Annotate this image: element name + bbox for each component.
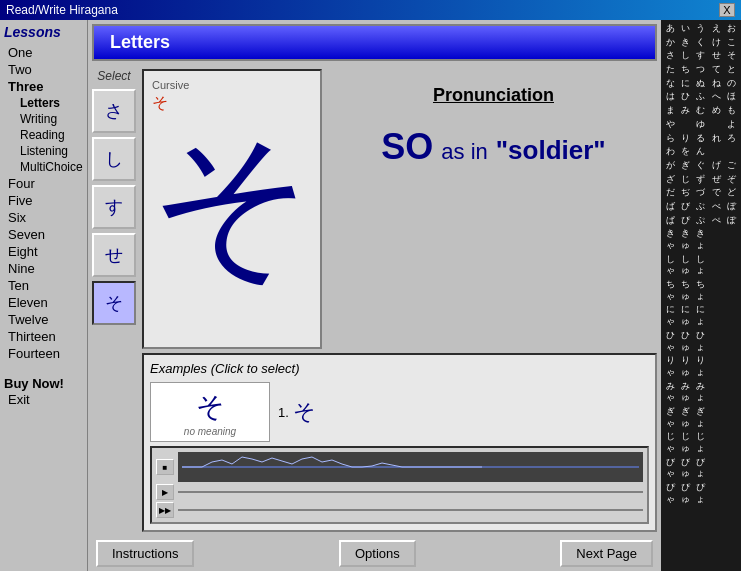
sidebar-item-two[interactable]: Two [4, 61, 83, 78]
kana-cell[interactable] [724, 303, 739, 328]
kana-cell[interactable]: りょ [693, 354, 708, 379]
kana-cell[interactable]: ひょ [693, 329, 708, 354]
kana-cell[interactable]: みゃ [663, 380, 678, 405]
kana-cell[interactable] [724, 430, 739, 455]
char-button-so[interactable]: そ [92, 281, 136, 325]
sidebar-item-eleven[interactable]: Eleven [4, 294, 83, 311]
sidebar-item-ten[interactable]: Ten [4, 277, 83, 294]
kana-cell[interactable]: お [724, 22, 739, 36]
sidebar-item-seven[interactable]: Seven [4, 226, 83, 243]
kana-cell[interactable]: ち [678, 63, 693, 77]
char-button-sa[interactable]: さ [92, 89, 136, 133]
kana-cell[interactable]: き [678, 36, 693, 50]
kana-cell[interactable]: み [678, 104, 693, 118]
kana-cell[interactable]: と [724, 63, 739, 77]
kana-cell[interactable]: ちょ [693, 278, 708, 303]
kana-cell[interactable]: う [693, 22, 708, 36]
kana-cell[interactable]: び [678, 200, 693, 214]
kana-cell[interactable] [724, 278, 739, 303]
kana-cell[interactable]: た [663, 63, 678, 77]
kana-cell[interactable]: ぴゅ [678, 481, 693, 506]
kana-cell[interactable]: よ [724, 118, 739, 132]
instructions-button[interactable]: Instructions [96, 540, 194, 567]
kana-cell[interactable]: ぶ [693, 200, 708, 214]
kana-cell[interactable]: ぼ [724, 200, 739, 214]
kana-cell[interactable]: しゅ [678, 253, 693, 278]
sidebar-item-one[interactable]: One [4, 44, 83, 61]
kana-cell[interactable] [724, 354, 739, 379]
sidebar-item-eight[interactable]: Eight [4, 243, 83, 260]
kana-cell[interactable]: や [663, 118, 678, 132]
kana-cell[interactable]: む [693, 104, 708, 118]
kana-cell[interactable]: きゃ [663, 227, 678, 252]
kana-cell[interactable] [709, 456, 724, 481]
audio-play-button[interactable]: ▶ [156, 484, 174, 500]
sidebar-item-five[interactable]: Five [4, 192, 83, 209]
kana-cell[interactable]: ぴょ [693, 481, 708, 506]
kana-cell[interactable]: ぺ [709, 214, 724, 228]
kana-cell[interactable]: ほ [724, 90, 739, 104]
kana-cell[interactable] [724, 145, 739, 159]
kana-cell[interactable]: みゅ [678, 380, 693, 405]
kana-cell[interactable]: びゅ [678, 456, 693, 481]
kana-cell[interactable]: にょ [693, 303, 708, 328]
sidebar-item-three[interactable]: Three [4, 78, 83, 95]
kana-cell[interactable]: さ [663, 49, 678, 63]
kana-cell[interactable]: し [678, 49, 693, 63]
kana-cell[interactable]: ろ [724, 132, 739, 146]
kana-cell[interactable]: こ [724, 36, 739, 50]
kana-cell[interactable]: ぐ [693, 159, 708, 173]
kana-cell[interactable]: じょ [693, 430, 708, 455]
next-page-button[interactable]: Next Page [560, 540, 653, 567]
kana-cell[interactable] [709, 380, 724, 405]
kana-cell[interactable] [724, 481, 739, 506]
kana-cell[interactable] [709, 303, 724, 328]
kana-cell[interactable]: る [693, 132, 708, 146]
exit-button[interactable]: Exit [4, 391, 83, 408]
kana-cell[interactable]: じゃ [663, 430, 678, 455]
kana-cell[interactable]: ね [709, 77, 724, 91]
kana-cell[interactable]: ぱ [663, 214, 678, 228]
kana-cell[interactable]: ぴ [678, 214, 693, 228]
kana-cell[interactable]: びゃ [663, 456, 678, 481]
kana-cell[interactable]: ざ [663, 173, 678, 187]
kana-cell[interactable] [709, 278, 724, 303]
close-button[interactable]: X [719, 3, 735, 17]
sidebar-sub-multichoice[interactable]: MultiChoice [16, 159, 83, 175]
kana-cell[interactable]: ゆ [693, 118, 708, 132]
sidebar-item-twelve[interactable]: Twelve [4, 311, 83, 328]
kana-cell[interactable]: り [678, 132, 693, 146]
char-button-shi[interactable]: し [92, 137, 136, 181]
kana-cell[interactable]: じゅ [678, 430, 693, 455]
kana-cell[interactable]: りゅ [678, 354, 693, 379]
kana-cell[interactable] [724, 227, 739, 252]
sidebar-sub-reading[interactable]: Reading [16, 127, 83, 143]
kana-cell[interactable]: ご [724, 159, 739, 173]
kana-cell[interactable]: か [663, 36, 678, 50]
kana-cell[interactable] [709, 145, 724, 159]
kana-cell[interactable]: わ [663, 145, 678, 159]
kana-cell[interactable]: そ [724, 49, 739, 63]
kana-cell[interactable]: ま [663, 104, 678, 118]
char-button-su[interactable]: す [92, 185, 136, 229]
kana-cell[interactable]: も [724, 104, 739, 118]
kana-cell[interactable]: く [693, 36, 708, 50]
kana-cell[interactable]: ぽ [724, 214, 739, 228]
kana-cell[interactable]: ぎゅ [678, 405, 693, 430]
kana-cell[interactable]: げ [709, 159, 724, 173]
kana-cell[interactable] [709, 329, 724, 354]
kana-cell[interactable] [709, 227, 724, 252]
sidebar-item-six[interactable]: Six [4, 209, 83, 226]
kana-cell[interactable]: ば [663, 200, 678, 214]
kana-cell[interactable]: ふ [693, 90, 708, 104]
kana-cell[interactable]: きゅ [678, 227, 693, 252]
kana-cell[interactable]: ん [693, 145, 708, 159]
kana-cell[interactable]: みょ [693, 380, 708, 405]
kana-cell[interactable]: え [709, 22, 724, 36]
kana-cell[interactable]: れ [709, 132, 724, 146]
kana-cell[interactable]: ひ [678, 90, 693, 104]
kana-cell[interactable]: あ [663, 22, 678, 36]
kana-cell[interactable]: ひゅ [678, 329, 693, 354]
sidebar-item-four[interactable]: Four [4, 175, 83, 192]
kana-cell[interactable] [724, 405, 739, 430]
